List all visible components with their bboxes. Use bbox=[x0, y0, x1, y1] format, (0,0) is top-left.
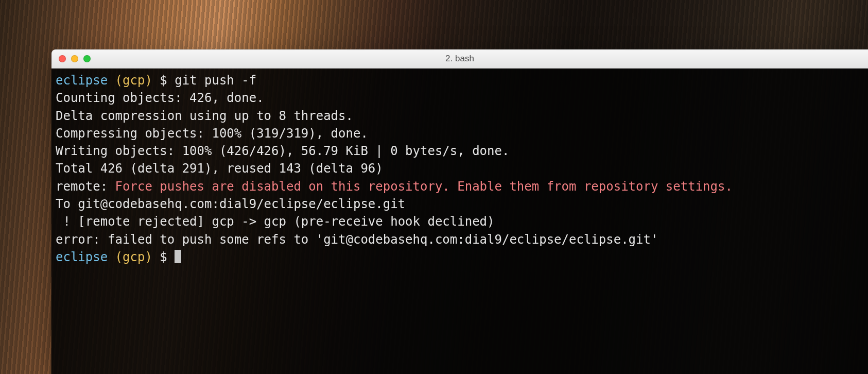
prompt-branch: (gcp) bbox=[115, 250, 152, 264]
command-text: git push -f bbox=[175, 73, 256, 88]
traffic-lights bbox=[51, 55, 91, 62]
window-title: 2. bash bbox=[51, 54, 868, 64]
remote-error-message: Force pushes are disabled on this reposi… bbox=[115, 179, 733, 194]
zoom-icon[interactable] bbox=[83, 55, 91, 62]
output-line: To git@codebasehq.com:dial9/eclipse/ecli… bbox=[56, 197, 405, 211]
output-line: Total 426 (delta 291), reused 143 (delta… bbox=[56, 161, 383, 176]
close-icon[interactable] bbox=[59, 55, 66, 62]
output-line: Delta compression using up to 8 threads. bbox=[56, 109, 353, 123]
terminal-window: 2. bash eclipse (gcp) $ git push -f Coun… bbox=[51, 49, 868, 374]
desktop-wallpaper: 2. bash eclipse (gcp) $ git push -f Coun… bbox=[0, 0, 868, 374]
terminal-output[interactable]: eclipse (gcp) $ git push -f Counting obj… bbox=[56, 72, 864, 266]
output-line: ! [remote rejected] gcp -> gcp (pre-rece… bbox=[56, 214, 495, 229]
terminal-body[interactable]: eclipse (gcp) $ git push -f Counting obj… bbox=[51, 69, 868, 374]
prompt-path: eclipse bbox=[56, 73, 108, 88]
prompt-symbol: $ bbox=[160, 73, 167, 88]
output-line: Compressing objects: 100% (319/319), don… bbox=[56, 126, 368, 141]
output-line: Writing objects: 100% (426/426), 56.79 K… bbox=[56, 144, 509, 158]
prompt-path: eclipse bbox=[56, 250, 108, 264]
cursor-icon bbox=[175, 250, 181, 263]
remote-label: remote: bbox=[56, 179, 115, 194]
output-line: Counting objects: 426, done. bbox=[56, 91, 264, 105]
prompt-branch: (gcp) bbox=[115, 73, 152, 88]
titlebar[interactable]: 2. bash bbox=[51, 49, 868, 69]
output-line: error: failed to push some refs to 'git@… bbox=[56, 232, 658, 247]
minimize-icon[interactable] bbox=[71, 55, 78, 62]
prompt-symbol: $ bbox=[160, 250, 167, 264]
